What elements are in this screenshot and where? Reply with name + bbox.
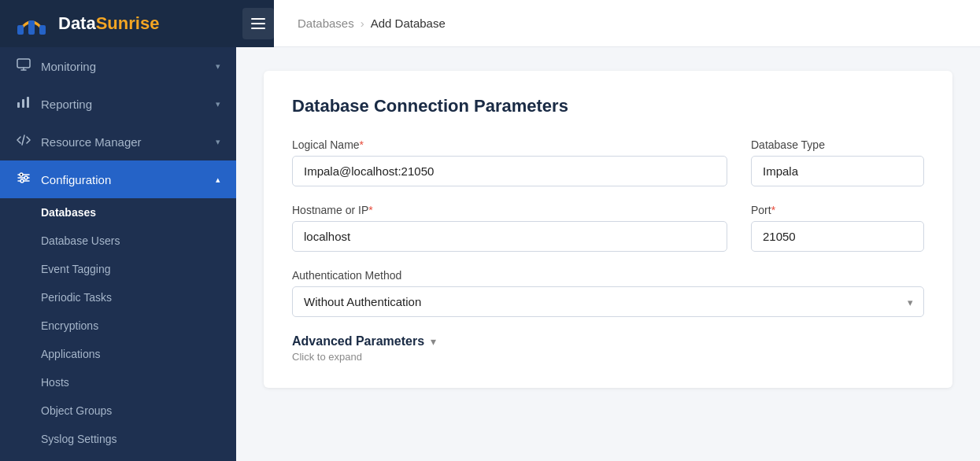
svg-rect-5 [22,99,24,108]
form-title: Database Connection Parameters [292,96,924,116]
database-type-label: Database Type [751,138,924,151]
advanced-params-chevron-icon: ▾ [431,335,436,348]
advanced-params-title: Advanced Parameters [292,334,424,349]
auth-method-select[interactable]: Without Authentication Username/Password… [292,286,924,317]
form-row-1: Logical Name* Database Type [292,138,924,186]
logo-text: DataSunrise [58,13,159,34]
svg-point-8 [24,176,28,179]
monitor-icon [16,58,31,74]
sliders-icon [16,171,31,187]
reporting-label: Reporting [41,98,206,111]
sidebar-item-reporting[interactable]: Reporting ▾ [0,85,236,123]
port-input[interactable] [751,221,924,252]
sidebar-subitem-syslog-settings[interactable]: Syslog Settings [0,425,236,453]
svg-rect-2 [39,25,46,35]
auth-method-select-wrapper: Without Authentication Username/Password… [292,286,924,317]
form-row-2: Hostname or IP* Port* [292,204,924,252]
hostname-label: Hostname or IP* [292,204,727,216]
svg-rect-0 [17,25,24,35]
configuration-label: Configuration [41,173,206,186]
logo-icon [14,9,49,38]
svg-rect-1 [28,20,35,35]
auth-method-group: Authentication Method Without Authentica… [292,269,924,317]
breadcrumb-parent[interactable]: Databases [298,17,354,30]
sidebar-subitem-applications[interactable]: Applications [0,340,236,368]
advanced-params-hint: Click to expand [292,351,924,363]
port-group: Port* [751,204,924,252]
form-card: Database Connection Parameters Logical N… [264,71,952,388]
sidebar-item-configuration[interactable]: Configuration ▴ [0,160,236,198]
form-row-3: Authentication Method Without Authentica… [292,269,924,317]
logical-name-input[interactable] [292,156,727,186]
monitoring-label: Monitoring [41,60,206,73]
reporting-arrow: ▾ [216,99,220,109]
logo-area: DataSunrise [0,9,236,38]
hamburger-button[interactable] [242,8,274,39]
code-icon [16,134,31,149]
sidebar-subitem-event-tagging[interactable]: Event Tagging [0,255,236,283]
svg-rect-6 [27,97,29,108]
breadcrumb-bar: Databases › Add Database [274,0,980,47]
svg-point-9 [20,179,24,183]
resource-manager-arrow: ▾ [216,137,220,147]
sidebar-item-monitoring[interactable]: Monitoring ▾ [0,47,236,85]
sidebar-subitem-database-users[interactable]: Database Users [0,227,236,255]
monitoring-arrow: ▾ [216,61,220,72]
svg-point-7 [20,173,23,176]
sidebar-subitem-encryptions[interactable]: Encryptions [0,312,236,340]
breadcrumb-separator: › [361,17,364,30]
configuration-arrow: ▴ [216,175,220,185]
sidebar: Monitoring ▾ Reporting ▾ Resource Manage… [0,47,236,461]
chart-icon [16,96,31,112]
logical-name-label: Logical Name* [292,138,727,151]
port-label: Port* [751,204,924,216]
advanced-params-section: Advanced Parameters ▾ Click to expand [292,334,924,363]
database-type-input[interactable] [751,156,924,186]
sidebar-subitem-hosts[interactable]: Hosts [0,368,236,396]
breadcrumb-current: Add Database [371,17,446,30]
sidebar-subitem-databases[interactable]: Databases [0,198,236,227]
logical-name-group: Logical Name* [292,138,727,186]
sidebar-item-resource-manager[interactable]: Resource Manager ▾ [0,123,236,160]
svg-rect-4 [17,102,20,108]
hostname-input[interactable] [292,221,727,252]
resource-manager-label: Resource Manager [41,135,206,149]
hostname-group: Hostname or IP* [292,204,727,252]
content-area: Database Connection Parameters Logical N… [236,47,980,461]
sidebar-subitem-object-groups[interactable]: Object Groups [0,396,236,425]
sidebar-subitem-periodic-tasks[interactable]: Periodic Tasks [0,283,236,312]
advanced-params-toggle[interactable]: Advanced Parameters ▾ [292,334,924,349]
auth-method-label: Authentication Method [292,269,924,282]
database-type-group: Database Type [751,138,924,186]
svg-rect-3 [17,59,30,68]
